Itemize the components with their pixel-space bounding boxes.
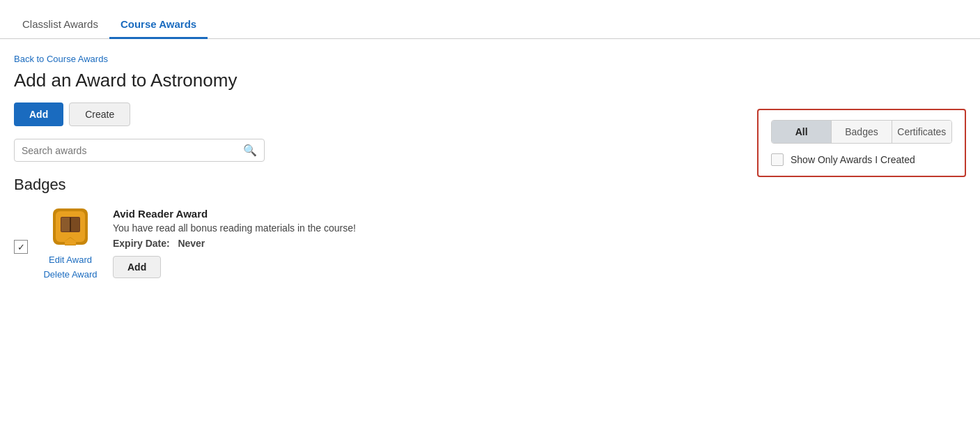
add-button[interactable]: Add (14, 102, 63, 126)
expiry-value: Never (178, 238, 205, 249)
filter-panel: All Badges Certificates Show Only Awards… (757, 109, 966, 177)
page-title: Add an Award to Astronomy (14, 70, 966, 91)
show-only-mine-checkbox[interactable] (771, 153, 784, 166)
main-content: Back to Course Awards Add an Award to As… (0, 39, 980, 305)
award-expiry: Expiry Date: Never (113, 238, 966, 249)
tab-course-awards[interactable]: Course Awards (109, 11, 208, 39)
filter-tab-certificates[interactable]: Certificates (892, 121, 951, 143)
filter-checkbox-row: Show Only Awards I Created (771, 153, 952, 166)
tab-bar: Classlist Awards Course Awards (0, 0, 980, 39)
search-icon: 🔍 (243, 144, 257, 157)
award-add-button[interactable]: Add (113, 256, 161, 278)
filter-tabs: All Badges Certificates (771, 120, 952, 144)
badge-icon (49, 205, 91, 250)
award-item: ✓ Edit Award Delete Award Avi (14, 205, 966, 280)
award-details: Avid Reader Award You have read all bonu… (113, 205, 966, 278)
search-input[interactable] (22, 145, 243, 156)
filter-tab-all[interactable]: All (772, 121, 832, 143)
award-checkbox-container: ✓ (14, 240, 28, 254)
filter-tab-badges[interactable]: Badges (832, 121, 892, 143)
search-bar: 🔍 (14, 139, 265, 162)
back-link[interactable]: Back to Course Awards (14, 54, 108, 64)
create-button[interactable]: Create (69, 102, 130, 126)
expiry-label: Expiry Date: (113, 238, 170, 249)
delete-award-link[interactable]: Delete Award (43, 269, 97, 280)
badges-section-title: Badges (14, 176, 966, 194)
award-description: You have read all bonus reading material… (113, 222, 966, 234)
svg-rect-4 (71, 218, 79, 231)
edit-award-link[interactable]: Edit Award (49, 255, 92, 265)
tab-classlist-awards[interactable]: Classlist Awards (11, 11, 109, 39)
svg-rect-3 (61, 218, 70, 231)
award-name: Avid Reader Award (113, 208, 966, 220)
award-icon-block: Edit Award Delete Award (39, 205, 102, 280)
show-only-mine-label: Show Only Awards I Created (791, 154, 915, 165)
award-select-checkbox[interactable]: ✓ (14, 240, 28, 254)
svg-rect-5 (70, 218, 71, 231)
